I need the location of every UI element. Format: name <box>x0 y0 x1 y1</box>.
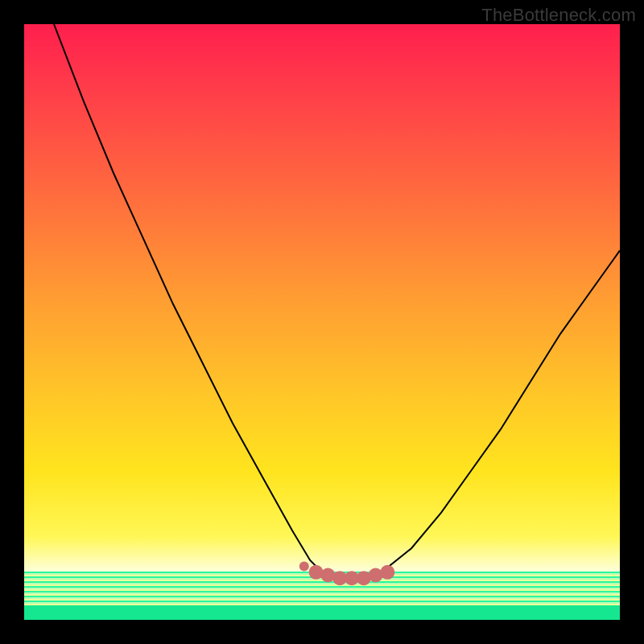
curve-layer <box>24 24 620 620</box>
highlight-dot <box>299 561 309 571</box>
plot-area <box>24 24 620 620</box>
watermark-text: TheBottleneck.com <box>481 5 636 26</box>
chart-container: TheBottleneck.com <box>0 0 644 644</box>
bottleneck-curve-path <box>54 24 620 578</box>
highlight-dot <box>380 565 394 580</box>
